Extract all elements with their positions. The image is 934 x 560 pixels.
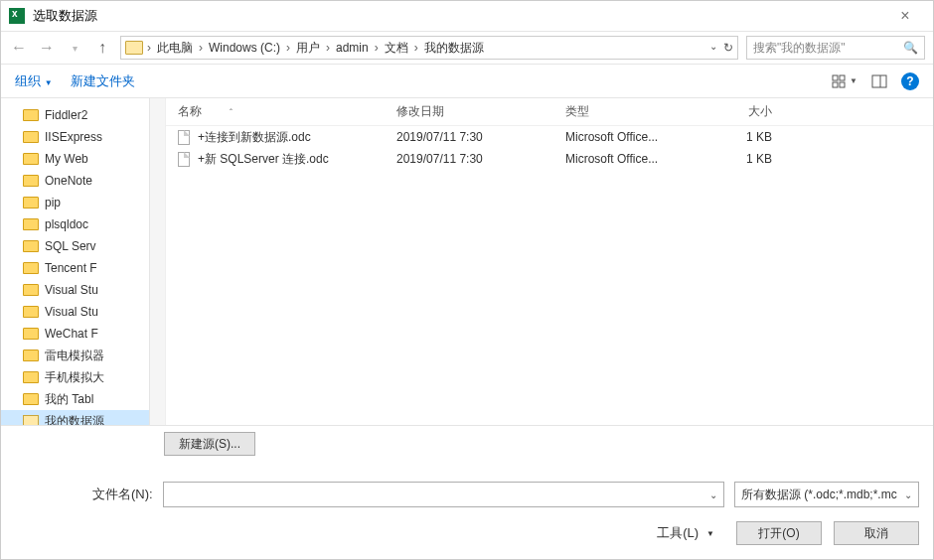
tree-item-label: plsqldoc <box>45 217 88 231</box>
folder-icon <box>23 131 39 143</box>
nav-recent-dropdown[interactable]: ▾ <box>65 43 84 54</box>
cancel-button[interactable]: 取消 <box>834 521 919 545</box>
tree-item[interactable]: Visual Stu <box>1 279 149 301</box>
file-name: +新 SQLServer 连接.odc <box>198 152 329 166</box>
breadcrumb[interactable]: Windows (C:) <box>207 41 282 55</box>
tree-item-label: OneNote <box>45 174 92 188</box>
new-folder-button[interactable]: 新建文件夹 <box>71 72 135 90</box>
svg-rect-0 <box>833 75 838 80</box>
dialog-title: 选取数据源 <box>33 7 97 25</box>
file-row[interactable]: +连接到新数据源.odc2019/07/11 7:30Microsoft Off… <box>166 126 933 148</box>
dialog-select-data-source: 选取数据源 × ← → ▾ ↑ › 此电脑 › Windows (C:) › 用… <box>0 0 934 560</box>
tree-item-label: 我的 Tabl <box>45 391 93 408</box>
tree-item[interactable]: 手机模拟大 <box>1 366 149 388</box>
search-input[interactable]: 搜索"我的数据源" 🔍 <box>746 36 925 60</box>
tree-item[interactable]: Fiddler2 <box>1 104 149 126</box>
preview-pane-button[interactable] <box>871 74 887 88</box>
tree-item[interactable]: OneNote <box>1 170 149 192</box>
refresh-icon[interactable]: ↻ <box>723 41 733 55</box>
view-options-button[interactable]: ▼ <box>832 74 857 88</box>
nav-forward-icon[interactable]: → <box>37 39 57 57</box>
tree-item-label: Visual Stu <box>45 283 98 297</box>
tree-item[interactable]: 雷电模拟器 <box>1 345 149 366</box>
file-type: Microsoft Office... <box>553 130 702 144</box>
organize-menu[interactable]: 组织 ▼ <box>15 72 53 90</box>
titlebar: 选取数据源 × <box>1 1 933 31</box>
tree-item-label: 我的数据源 <box>45 413 104 426</box>
datasource-icon <box>23 415 39 425</box>
folder-icon <box>23 153 39 165</box>
breadcrumb[interactable]: 用户 <box>294 40 322 57</box>
chevron-right-icon: › <box>286 41 290 55</box>
tree-item[interactable]: Tencent F <box>1 257 149 279</box>
breadcrumb[interactable]: admin <box>334 41 371 55</box>
column-type[interactable]: 类型 <box>553 103 702 120</box>
nav-back-icon[interactable]: ← <box>9 39 29 57</box>
tree-item-label: Tencent F <box>45 261 97 275</box>
breadcrumb[interactable]: 我的数据源 <box>422 40 486 57</box>
tree-item[interactable]: WeChat F <box>1 323 149 345</box>
new-source-button[interactable]: 新建源(S)... <box>164 432 255 456</box>
file-row[interactable]: +新 SQLServer 连接.odc2019/07/11 7:30Micros… <box>166 148 933 170</box>
tree-item-label: Fiddler2 <box>45 108 87 122</box>
search-icon: 🔍 <box>903 41 918 55</box>
list-header: 名称ˆ 修改日期 类型 大小 <box>166 98 933 126</box>
folder-icon <box>23 109 39 121</box>
tree-item[interactable]: My Web <box>1 148 149 170</box>
tree-item-label: Visual Stu <box>45 305 98 319</box>
column-size[interactable]: 大小 <box>702 103 792 120</box>
file-size: 1 KB <box>702 152 792 166</box>
filename-input[interactable]: ⌄ <box>163 482 724 507</box>
tree-item[interactable]: plsqldoc <box>1 213 149 235</box>
chevron-right-icon: › <box>147 41 151 55</box>
address-bar[interactable]: › 此电脑 › Windows (C:) › 用户 › admin › 文档 ›… <box>120 36 738 60</box>
svg-rect-4 <box>872 75 886 87</box>
tree-item-label: 雷电模拟器 <box>45 348 104 364</box>
tree-item[interactable]: 我的数据源 <box>1 410 149 425</box>
address-dropdown-icon[interactable]: ⌄ <box>709 41 717 55</box>
file-type: Microsoft Office... <box>553 152 702 166</box>
folder-icon <box>23 306 39 318</box>
svg-rect-3 <box>840 82 845 87</box>
folder-icon <box>23 175 39 187</box>
tree-item[interactable]: IISExpress <box>1 126 149 148</box>
column-name[interactable]: 名称ˆ <box>166 103 385 120</box>
bottom-panel: 新建源(S)... 文件名(N): ⌄ 所有数据源 (*.odc;*.mdb;*… <box>1 425 933 559</box>
tree-item[interactable]: pip <box>1 192 149 213</box>
folder-icon <box>23 393 39 405</box>
tree-item[interactable]: 我的 Tabl <box>1 388 149 410</box>
breadcrumb[interactable]: 文档 <box>383 40 410 57</box>
column-date[interactable]: 修改日期 <box>385 103 553 120</box>
folder-icon <box>23 284 39 296</box>
chevron-right-icon: › <box>375 41 379 55</box>
tree-scrollbar[interactable] <box>150 98 166 425</box>
folder-icon <box>23 371 39 383</box>
tree-item-label: WeChat F <box>45 327 98 341</box>
close-button[interactable]: × <box>885 7 925 25</box>
tools-menu[interactable]: 工具(L) ▼ <box>657 524 714 542</box>
tree-item-label: IISExpress <box>45 130 102 144</box>
file-icon <box>178 130 190 145</box>
dialog-body: Fiddler2IISExpressMy WebOneNotepipplsqld… <box>1 98 933 425</box>
chevron-down-icon[interactable]: ⌄ <box>709 490 717 500</box>
filename-label: 文件名(N): <box>92 486 153 503</box>
drive-icon <box>125 41 143 55</box>
folder-tree[interactable]: Fiddler2IISExpressMy WebOneNotepipplsqld… <box>1 98 150 425</box>
tree-item-label: SQL Serv <box>45 239 96 253</box>
chevron-down-icon[interactable]: ⌄ <box>904 490 912 500</box>
folder-icon <box>23 218 39 230</box>
file-size: 1 KB <box>702 130 792 144</box>
folder-icon <box>23 197 39 209</box>
tree-item[interactable]: SQL Serv <box>1 235 149 257</box>
breadcrumb[interactable]: 此电脑 <box>155 40 195 57</box>
nav-up-icon[interactable]: ↑ <box>92 39 112 57</box>
file-name: +连接到新数据源.odc <box>198 130 311 144</box>
filetype-select[interactable]: 所有数据源 (*.odc;*.mdb;*.mc ⌄ <box>734 482 919 507</box>
folder-icon <box>23 350 39 361</box>
tree-item-label: 手机模拟大 <box>45 369 104 386</box>
tree-item[interactable]: Visual Stu <box>1 301 149 323</box>
file-date: 2019/07/11 7:30 <box>385 152 553 166</box>
help-button[interactable]: ? <box>901 72 919 90</box>
folder-icon <box>23 240 39 252</box>
open-button[interactable]: 打开(O) <box>736 521 822 545</box>
